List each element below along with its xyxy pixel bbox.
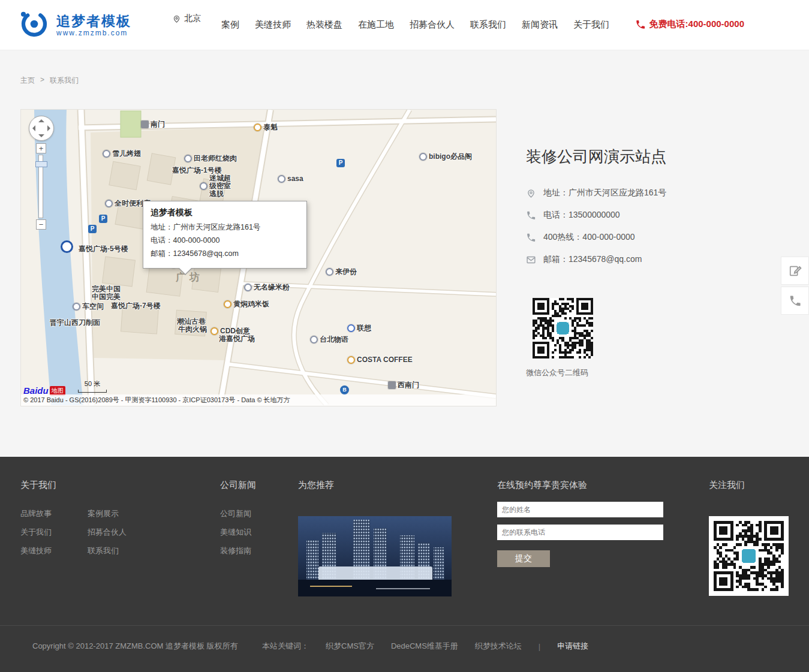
contact-hotline: 400热线：400-000-0000 bbox=[543, 232, 635, 243]
zoom-in-button[interactable]: + bbox=[36, 143, 46, 153]
footer-link-guide[interactable]: 装修指南 bbox=[220, 545, 256, 556]
poi-icon bbox=[73, 303, 80, 311]
map-poi: 车空间 bbox=[73, 302, 104, 312]
footer-link-cases[interactable]: 案例展示 bbox=[88, 508, 127, 519]
poi-icon bbox=[210, 327, 218, 335]
nav-item-about-us[interactable]: 关于我们 bbox=[573, 19, 609, 31]
phone-icon bbox=[789, 294, 802, 308]
feedback-form-button[interactable] bbox=[781, 257, 809, 285]
pan-right-icon bbox=[47, 125, 50, 131]
footer-follow-title: 关注我们 bbox=[709, 480, 789, 491]
mail-icon bbox=[526, 255, 536, 265]
map-poi: 迷城超级密室逃脱 bbox=[200, 174, 237, 198]
phone-icon bbox=[635, 19, 646, 30]
poi-icon bbox=[326, 268, 333, 276]
footer-booking-title: 在线预约尊享贵宾体验 bbox=[497, 480, 663, 491]
footer-link-recruit[interactable]: 招募合伙人 bbox=[88, 526, 127, 538]
breadcrumb-home[interactable]: 主页 bbox=[20, 76, 35, 86]
header: 追梦者模板 www.zmzmb.com 北京 案例 美缝技师 热装楼盘 在施工地… bbox=[0, 0, 809, 50]
infowindow-title: 追梦者模板 bbox=[151, 207, 299, 218]
baidu-map[interactable]: 南门 泰魁 雪儿烤翅 田老师红烧肉 嘉悦广场-1号楼 迷城超级密室逃脱 sasa… bbox=[20, 109, 497, 406]
booking-phone-input[interactable] bbox=[497, 525, 663, 540]
gate-icon bbox=[388, 381, 396, 389]
infowindow-email: 邮箱：12345678@qq.com bbox=[151, 249, 299, 259]
map-poi: COSTA COFFEE bbox=[347, 355, 413, 364]
logo-swirl-icon bbox=[18, 8, 50, 43]
bottom-link-dedecms-official[interactable]: 织梦CMS官方 bbox=[326, 641, 374, 652]
header-hotline: 免费电话:400-000-0000 bbox=[635, 19, 744, 30]
site-logo[interactable]: 追梦者模板 www.zmzmb.com bbox=[18, 8, 131, 43]
nav-item-contact-us[interactable]: 联系我们 bbox=[470, 19, 506, 31]
side-toolbar bbox=[781, 257, 809, 317]
nav-item-hot-properties[interactable]: 热装楼盘 bbox=[306, 19, 342, 31]
bus-stop-icon: B bbox=[340, 385, 349, 394]
nav-item-technicians[interactable]: 美缝技师 bbox=[255, 19, 291, 31]
footer-recommend-column: 为您推荐 bbox=[298, 480, 452, 596]
hotline-number: 免费电话:400-000-0000 bbox=[649, 19, 744, 30]
footer-about-column: 关于我们 品牌故事 关于我们 美缝技师 案例展示 招募合伙人 联系我们 bbox=[20, 480, 127, 563]
contact-panel: 装修公司网演示站点 地址：广州市天河区应龙路161号 电话：1350000000… bbox=[526, 146, 784, 276]
footer-link-technicians[interactable]: 美缝技师 bbox=[20, 545, 52, 556]
map-pan-control[interactable] bbox=[29, 116, 54, 141]
map-poi: 嘉悦广场-5号楼 bbox=[79, 244, 128, 254]
infowindow-address: 地址：广州市天河区应龙路161号 bbox=[151, 222, 299, 233]
recommend-building-image[interactable] bbox=[298, 516, 452, 596]
bottom-link-dedecms-wiki[interactable]: DedeCMS维基手册 bbox=[391, 641, 458, 652]
map-poi: 泰魁 bbox=[254, 122, 278, 132]
parking-icon: P bbox=[88, 225, 97, 233]
phone-icon bbox=[526, 210, 536, 221]
bottom-link-apply[interactable]: 申请链接 bbox=[557, 641, 588, 652]
contact-phone-row: 电话：13500000000 bbox=[526, 210, 784, 221]
map-poi: 联想 bbox=[347, 323, 371, 333]
bottom-link-dedecms-forum[interactable]: 织梦技术论坛 bbox=[475, 641, 522, 652]
parking-icon: P bbox=[336, 159, 345, 167]
city-selector[interactable]: 北京 bbox=[172, 13, 201, 24]
footer-booking-column: 在线预约尊享贵宾体验 提交 bbox=[497, 480, 663, 567]
zoom-out-button[interactable]: − bbox=[36, 219, 46, 230]
footer-link-contact[interactable]: 联系我们 bbox=[88, 545, 127, 556]
zoom-slider-handle[interactable] bbox=[35, 161, 47, 167]
footer-link-brand-story[interactable]: 品牌故事 bbox=[20, 508, 52, 519]
footer-link-about-us[interactable]: 关于我们 bbox=[20, 526, 52, 538]
booking-submit-button[interactable]: 提交 bbox=[497, 550, 550, 567]
map-scale: 50 米 bbox=[78, 379, 107, 393]
poi-icon bbox=[103, 150, 110, 158]
poi-icon bbox=[244, 284, 252, 291]
map-poi: 西南门 bbox=[388, 380, 419, 390]
poi-icon bbox=[254, 123, 261, 131]
footer: 关于我们 品牌故事 关于我们 美缝技师 案例展示 招募合伙人 联系我们 公司新闻… bbox=[0, 457, 809, 672]
breadcrumb-separator: > bbox=[40, 76, 44, 86]
poi-icon bbox=[224, 300, 231, 308]
booking-name-input[interactable] bbox=[497, 502, 663, 517]
footer-qr-frame bbox=[709, 516, 789, 596]
contact-title: 装修公司网演示站点 bbox=[526, 146, 784, 167]
poi-icon bbox=[310, 336, 318, 343]
map-attribution: © 2017 Baidu - GS(2016)2089号 - 甲测资字11009… bbox=[21, 394, 496, 406]
map-poi: 无名缘米粉 bbox=[244, 282, 290, 293]
wechat-qr-code bbox=[714, 521, 784, 591]
footer-news-column: 公司新闻 公司新闻 美缝知识 装修指南 bbox=[220, 480, 256, 563]
page: 追梦者模板 www.zmzmb.com 北京 案例 美缝技师 热装楼盘 在施工地… bbox=[0, 0, 809, 672]
map-poi: 牛肉火锅 bbox=[178, 324, 207, 335]
call-button[interactable] bbox=[781, 287, 809, 315]
footer-bottom-bar: Copyright © 2012-2017 ZMZMB.COM 追梦者模板 版权… bbox=[0, 625, 809, 672]
nav-item-news[interactable]: 新闻资讯 bbox=[522, 19, 558, 31]
copyright-text: Copyright © 2012-2017 ZMZMB.COM 追梦者模板 版权… bbox=[32, 641, 238, 652]
map-poi: 南门 bbox=[141, 119, 165, 129]
breadcrumb-current: 联系我们 bbox=[50, 76, 79, 86]
footer-link-company-news[interactable]: 公司新闻 bbox=[220, 508, 256, 519]
map-poi: 来伊份 bbox=[326, 267, 357, 277]
nav-item-construction-sites[interactable]: 在施工地 bbox=[358, 19, 394, 31]
poi-icon bbox=[347, 356, 355, 364]
map-poi: 黄焖鸡米饭 bbox=[224, 299, 269, 309]
poi-icon bbox=[278, 175, 285, 183]
footer-link-knowledge[interactable]: 美缝知识 bbox=[220, 526, 256, 538]
phone-icon bbox=[526, 233, 536, 243]
footer-follow-column: 关注我们 bbox=[709, 480, 789, 596]
poi-icon bbox=[200, 182, 207, 190]
nav-item-recruit-partners[interactable]: 招募合伙人 bbox=[410, 19, 455, 31]
nav-item-cases[interactable]: 案例 bbox=[221, 19, 239, 31]
contact-address: 地址：广州市天河区应龙路161号 bbox=[543, 188, 666, 198]
contact-email-row: 邮箱：12345678@qq.com bbox=[526, 254, 784, 265]
map-poi: sasa bbox=[278, 174, 303, 183]
